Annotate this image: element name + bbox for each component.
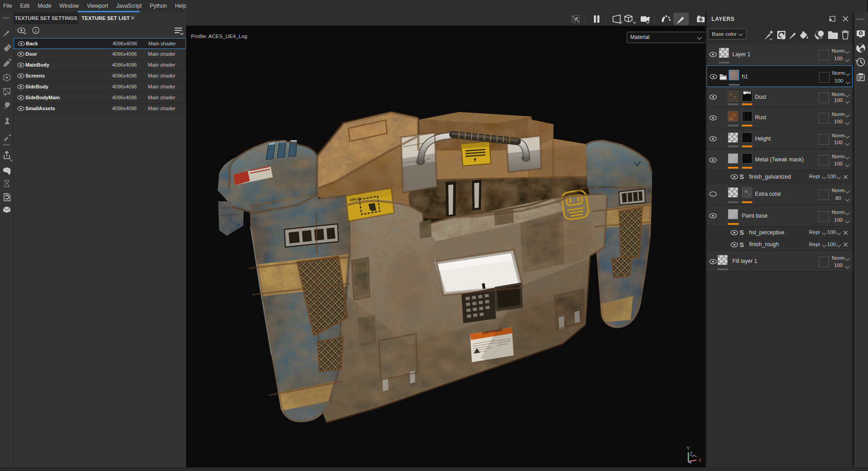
svg-text:Y: Y (687, 446, 690, 451)
svg-text:1: 1 (34, 29, 37, 33)
svg-text:X: X (698, 457, 702, 463)
